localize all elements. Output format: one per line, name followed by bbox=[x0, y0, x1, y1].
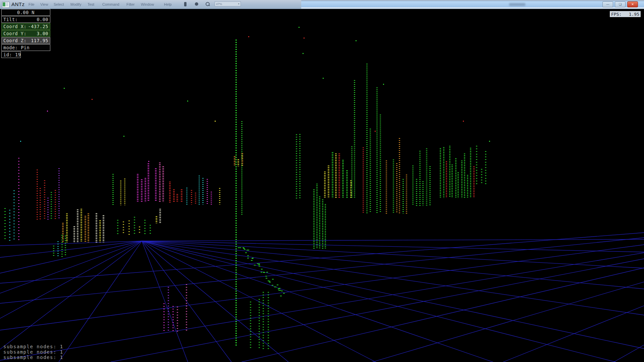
hud-id-value: 19 bbox=[15, 52, 21, 57]
hud-heading-value: 0.00 N bbox=[17, 10, 35, 15]
hud-mode-value: Pin bbox=[21, 45, 30, 50]
antz-window: ANTz FileViewSelectModifyTestCommandFilt… bbox=[0, 0, 644, 362]
hud-coord-y-label: Coord Y: bbox=[3, 31, 26, 36]
data-point-towers bbox=[0, 0, 644, 362]
viewport-3d[interactable] bbox=[0, 9, 644, 362]
hud-tilt-label: Tilt: bbox=[3, 17, 18, 22]
hud-coord-y-value: 3.00 bbox=[37, 31, 48, 36]
console-log: subsample nodes: 1subsample nodes: 1subs… bbox=[3, 344, 63, 360]
hud-coord-z: Coord Z:117.95 bbox=[1, 37, 50, 44]
console-line: subsample nodes: 1 bbox=[3, 344, 63, 349]
hud-coord-x-value: -437.25 bbox=[28, 24, 48, 29]
fps-value: 1.95 bbox=[629, 12, 639, 17]
fps-readout: FPS: 1.95 bbox=[610, 11, 641, 17]
hud-id-label: id: bbox=[3, 52, 12, 57]
hud-mode: mode:Pin bbox=[1, 44, 50, 51]
hud-readout: 0.00 NTilt:0.00Coord X:-437.25Coord Y:3.… bbox=[1, 9, 55, 58]
console-line: subsample nodes: 1 bbox=[3, 349, 63, 355]
hud-tilt: Tilt:0.00 bbox=[1, 16, 50, 23]
hud-coord-z-value: 117.95 bbox=[31, 38, 48, 43]
console-line: subsample nodes: 1 bbox=[3, 355, 63, 360]
hud-coord-x-label: Coord X: bbox=[3, 24, 26, 29]
hud-coord-y: Coord Y:3.00 bbox=[1, 30, 50, 37]
hud-coord-z-label: Coord Z: bbox=[3, 38, 26, 43]
hud-heading: 0.00 N bbox=[1, 9, 50, 16]
hud-tilt-value: 0.00 bbox=[37, 17, 48, 22]
hud-mode-label: mode: bbox=[3, 45, 18, 50]
fps-label: FPS: bbox=[611, 12, 622, 17]
hud-id: id:19 bbox=[1, 51, 21, 58]
hud-coord-x: Coord X:-437.25 bbox=[1, 23, 50, 30]
